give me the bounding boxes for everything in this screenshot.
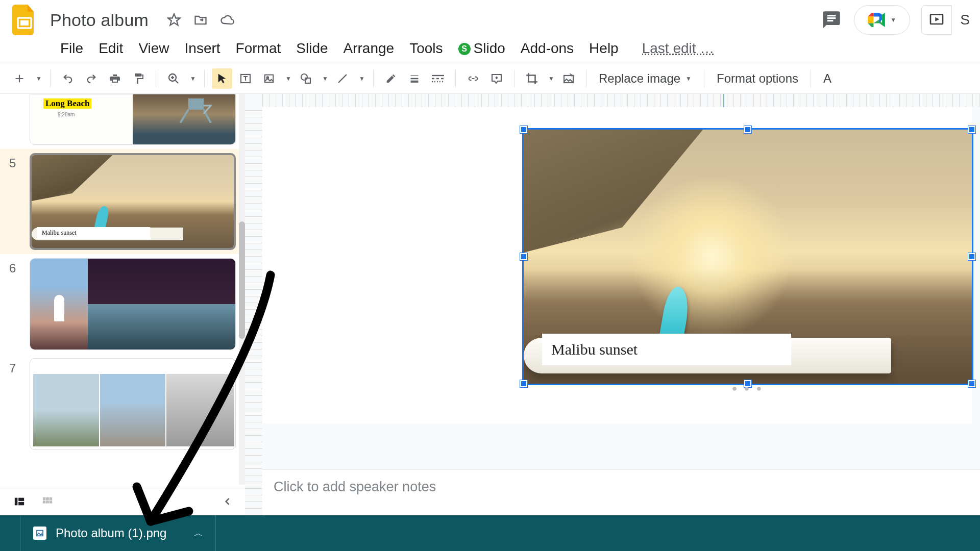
filmstrip-slide-6[interactable]: 6	[0, 254, 245, 354]
svg-rect-16	[46, 497, 49, 500]
link-button[interactable]	[463, 68, 483, 89]
drag-handle-dots-icon[interactable]: ● ● ●	[732, 383, 764, 394]
menu-addons[interactable]: Add-ons	[521, 40, 574, 57]
image-file-icon	[33, 527, 46, 540]
menu-file[interactable]: File	[60, 40, 83, 57]
separator	[811, 70, 811, 87]
format-options-button[interactable]: Format options	[712, 71, 803, 86]
filmstrip-scrollbar-track[interactable]	[239, 94, 245, 485]
crop-caret[interactable]: ▼	[545, 68, 555, 89]
slides-app-icon[interactable]	[10, 6, 39, 34]
line-caret[interactable]: ▼	[356, 68, 366, 89]
animate-button-clipped[interactable]: A	[818, 71, 837, 86]
vertical-ruler[interactable]	[245, 107, 262, 515]
zoom-button[interactable]	[163, 68, 184, 89]
menu-arrange[interactable]: Arrange	[344, 40, 395, 57]
svg-point-8	[301, 74, 307, 80]
replace-image-button[interactable]: Replace image▼	[594, 71, 697, 86]
selected-image[interactable]: Malibu sunset ● ● ●	[524, 130, 972, 384]
collapse-filmstrip-icon[interactable]	[223, 496, 233, 507]
slide-4-title: Long Beach	[43, 98, 91, 109]
svg-rect-14	[18, 502, 24, 505]
filmstrip-slide-4[interactable]: Long Beach 9:28am	[0, 94, 245, 149]
textbox-tool[interactable]	[235, 68, 256, 89]
resize-handle-r[interactable]	[968, 253, 975, 260]
crop-button[interactable]	[522, 68, 542, 89]
undo-button[interactable]	[58, 68, 78, 89]
image-caret[interactable]: ▼	[282, 68, 292, 89]
line-tool[interactable]	[332, 68, 353, 89]
resize-handle-l[interactable]	[520, 253, 527, 260]
separator	[514, 70, 514, 87]
resize-handle-bl[interactable]	[520, 380, 527, 387]
separator	[156, 70, 156, 87]
move-folder-icon[interactable]	[193, 13, 208, 27]
slide-filmstrip[interactable]: Long Beach 9:28am 5 Malibu sunset 6	[0, 94, 245, 515]
speaker-notes[interactable]: Click to add speaker notes	[262, 469, 980, 515]
slide-number: 6	[9, 258, 30, 276]
menu-tools[interactable]: Tools	[409, 40, 443, 57]
filmstrip-footer	[0, 487, 245, 515]
border-dash-button[interactable]	[428, 68, 448, 89]
menu-slide[interactable]: Slide	[296, 40, 328, 57]
slide-canvas[interactable]: Malibu sunset ● ● ●	[262, 107, 972, 423]
download-item[interactable]: Photo album (1).png ︿	[20, 515, 216, 551]
cloud-status-icon[interactable]	[220, 13, 234, 27]
paint-format-button[interactable]	[128, 68, 149, 89]
image-caption[interactable]: Malibu sunset	[542, 334, 791, 365]
border-weight-button[interactable]	[404, 68, 425, 89]
zoom-caret[interactable]: ▼	[187, 68, 197, 89]
slide-canvas-area[interactable]: Malibu sunset ● ● ● Click to add speaker…	[245, 94, 980, 515]
star-icon[interactable]	[167, 13, 181, 27]
border-color-button[interactable]	[381, 68, 401, 89]
reset-image-button[interactable]	[558, 68, 579, 89]
redo-button[interactable]	[81, 68, 102, 89]
slide-5-caption: Malibu sunset	[37, 227, 150, 239]
slideshow-button-text-clipped[interactable]: S	[956, 12, 970, 28]
slide-number	[9, 94, 30, 97]
separator	[586, 70, 586, 87]
last-edit-link[interactable]: Last edit …	[642, 40, 715, 57]
image-tool[interactable]	[259, 68, 279, 89]
separator	[455, 70, 456, 87]
menu-edit[interactable]: Edit	[99, 40, 123, 57]
filmstrip-view-icon[interactable]	[12, 496, 27, 507]
new-slide-button[interactable]	[9, 68, 30, 89]
slide-4-subtitle: 9:28am	[58, 112, 75, 117]
separator	[50, 70, 51, 87]
menu-view[interactable]: View	[138, 40, 169, 57]
resize-handle-tl[interactable]	[520, 126, 527, 133]
menu-slido[interactable]: SSlido	[458, 40, 505, 57]
horizontal-ruler[interactable]	[262, 94, 980, 107]
svg-rect-19	[46, 500, 49, 504]
filmstrip-slide-7[interactable]: 7	[0, 354, 245, 454]
menu-insert[interactable]: Insert	[185, 40, 220, 57]
svg-rect-13	[18, 497, 24, 500]
grid-view-icon[interactable]	[41, 496, 54, 507]
chevron-up-icon[interactable]: ︿	[194, 527, 203, 539]
separator	[704, 70, 704, 87]
meet-present-chip[interactable]: ▼	[854, 5, 910, 35]
menu-format[interactable]: Format	[236, 40, 281, 57]
comment-history-icon[interactable]	[817, 6, 846, 34]
svg-rect-11	[188, 98, 204, 110]
resize-handle-br[interactable]	[968, 380, 975, 387]
comment-button[interactable]	[486, 68, 507, 89]
slide-number: 5	[9, 153, 30, 170]
select-tool[interactable]	[212, 68, 232, 89]
menu-help[interactable]: Help	[589, 40, 619, 57]
new-slide-caret[interactable]: ▼	[33, 68, 43, 89]
svg-rect-21	[37, 531, 43, 536]
shape-tool[interactable]	[296, 68, 316, 89]
filmstrip-slide-5[interactable]: 5 Malibu sunset	[0, 149, 245, 254]
filmstrip-scrollbar-thumb[interactable]	[239, 221, 245, 339]
svg-rect-6	[265, 74, 274, 82]
shape-caret[interactable]: ▼	[319, 68, 329, 89]
slideshow-button[interactable]	[921, 5, 952, 35]
document-title[interactable]: Photo album	[50, 10, 149, 30]
print-button[interactable]	[105, 68, 125, 89]
resize-handle-tr[interactable]	[968, 126, 975, 133]
resize-handle-t[interactable]	[744, 126, 751, 133]
slido-icon: S	[458, 43, 471, 55]
title-bar: Photo album ▼ S	[0, 0, 980, 35]
